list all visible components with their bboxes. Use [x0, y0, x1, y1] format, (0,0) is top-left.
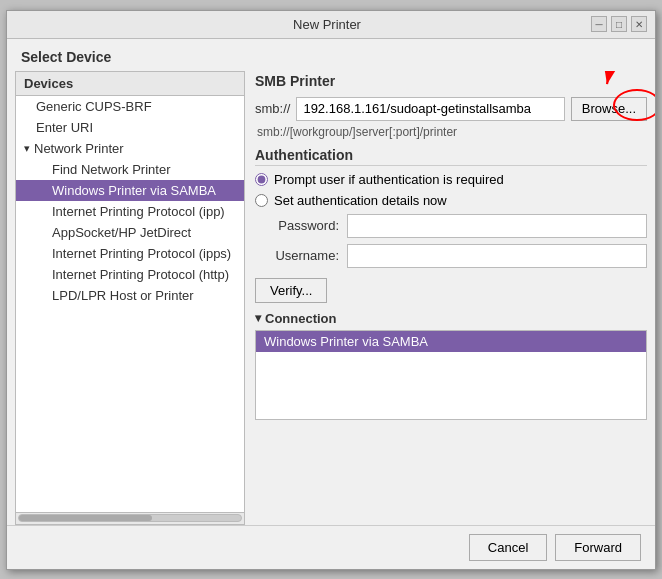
list-item[interactable]: Generic CUPS-BRF [16, 96, 244, 117]
connection-label: Connection [265, 311, 337, 326]
auth-option2-row: Set authentication details now [255, 193, 647, 208]
verify-button[interactable]: Verify... [255, 278, 327, 303]
connection-item[interactable]: Windows Printer via SAMBA [256, 331, 646, 352]
dialog-title: New Printer [63, 17, 591, 32]
browse-button[interactable]: Browse... [571, 97, 647, 121]
smb-hint: smb://[workgroup/]server[:port]/printer [255, 125, 647, 139]
username-row: Username: [255, 244, 647, 268]
connection-collapse-icon: ▾ [255, 311, 261, 325]
auth-option1-row: Prompt user if authentication is require… [255, 172, 647, 187]
smb-input[interactable] [296, 97, 564, 121]
list-item[interactable]: Internet Printing Protocol (http) [16, 264, 244, 285]
smb-prefix: smb:// [255, 101, 290, 116]
forward-button[interactable]: Forward [555, 534, 641, 561]
smb-title: SMB Printer [255, 73, 647, 89]
smb-row: smb:// Browse... [255, 97, 647, 121]
auth-title: Authentication [255, 147, 647, 166]
devices-list-header: Devices [16, 72, 244, 96]
list-item[interactable]: Find Network Printer [16, 159, 244, 180]
cancel-button[interactable]: Cancel [469, 534, 547, 561]
title-bar-controls: ─ □ ✕ [591, 16, 647, 32]
main-content: Devices Generic CUPS-BRF Enter URI ▾ Net… [7, 71, 655, 525]
group-label: Network Printer [34, 141, 124, 156]
list-item-network-printer[interactable]: ▾ Network Printer [16, 138, 244, 159]
horizontal-scrollbar[interactable] [18, 514, 242, 522]
dialog-footer: Cancel Forward [7, 525, 655, 569]
list-item[interactable]: Internet Printing Protocol (ipps) [16, 243, 244, 264]
username-label: Username: [259, 248, 339, 263]
password-row: Password: [255, 214, 647, 238]
new-printer-dialog: New Printer ─ □ ✕ Select Device Devices … [6, 10, 656, 570]
username-input[interactable] [347, 244, 647, 268]
close-button[interactable]: ✕ [631, 16, 647, 32]
auth-section: Authentication Prompt user if authentica… [255, 147, 647, 268]
connection-title: ▾ Connection [255, 311, 647, 326]
select-device-header: Select Device [7, 39, 655, 71]
auth-option2-label: Set authentication details now [274, 193, 447, 208]
scrollbar-area [16, 512, 244, 524]
devices-list: Generic CUPS-BRF Enter URI ▾ Network Pri… [16, 96, 244, 512]
list-item-windows-samba[interactable]: Windows Printer via SAMBA [16, 180, 244, 201]
maximize-button[interactable]: □ [611, 16, 627, 32]
left-panel: Devices Generic CUPS-BRF Enter URI ▾ Net… [15, 71, 245, 525]
dialog-body: Select Device Devices Generic CUPS-BRF E… [7, 39, 655, 525]
list-item[interactable]: AppSocket/HP JetDirect [16, 222, 244, 243]
right-panel: SMB Printer smb:// Browse... [255, 71, 647, 525]
list-item[interactable]: Internet Printing Protocol (ipp) [16, 201, 244, 222]
minimize-button[interactable]: ─ [591, 16, 607, 32]
list-item[interactable]: Enter URI [16, 117, 244, 138]
auth-option1-radio[interactable] [255, 173, 268, 186]
collapse-arrow-icon: ▾ [24, 142, 30, 155]
connection-section: ▾ Connection Windows Printer via SAMBA [255, 311, 647, 420]
title-bar: New Printer ─ □ ✕ [7, 11, 655, 39]
password-label: Password: [259, 218, 339, 233]
list-item[interactable]: LPD/LPR Host or Printer [16, 285, 244, 306]
scrollbar-thumb [19, 515, 152, 521]
auth-option2-radio[interactable] [255, 194, 268, 207]
connection-list[interactable]: Windows Printer via SAMBA [255, 330, 647, 420]
password-input[interactable] [347, 214, 647, 238]
smb-section: SMB Printer smb:// Browse... [255, 73, 647, 139]
auth-option1-label: Prompt user if authentication is require… [274, 172, 504, 187]
